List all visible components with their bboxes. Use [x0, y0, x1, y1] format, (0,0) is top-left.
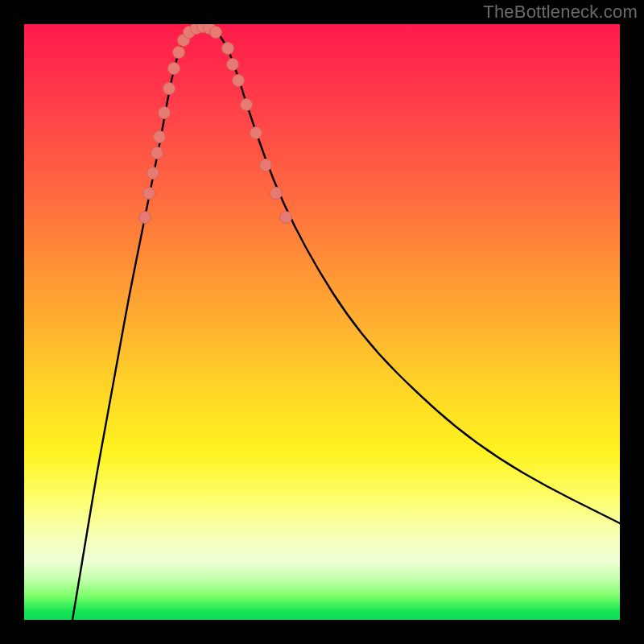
data-marker [260, 159, 272, 171]
data-marker [168, 63, 180, 75]
data-marker [163, 83, 175, 95]
bottleneck-curve [72, 27, 620, 621]
chart-container: TheBottleneck.com [0, 0, 644, 644]
data-marker [233, 75, 245, 87]
data-marker [270, 188, 283, 200]
data-marker [280, 212, 292, 224]
gradient-plot-area [24, 24, 620, 620]
data-marker [222, 43, 234, 55]
data-marker [154, 131, 166, 143]
data-marker [143, 188, 155, 200]
markers-group [139, 24, 292, 224]
data-marker [151, 147, 163, 159]
data-marker [159, 107, 171, 119]
data-marker [227, 59, 239, 71]
data-marker [139, 212, 151, 224]
data-marker [210, 27, 222, 39]
data-marker [147, 167, 159, 180]
data-marker [173, 47, 185, 59]
data-marker [250, 127, 262, 139]
curve-group [72, 27, 620, 621]
data-marker [241, 99, 253, 111]
curve-svg [24, 24, 620, 620]
watermark-text: TheBottleneck.com [483, 2, 638, 23]
